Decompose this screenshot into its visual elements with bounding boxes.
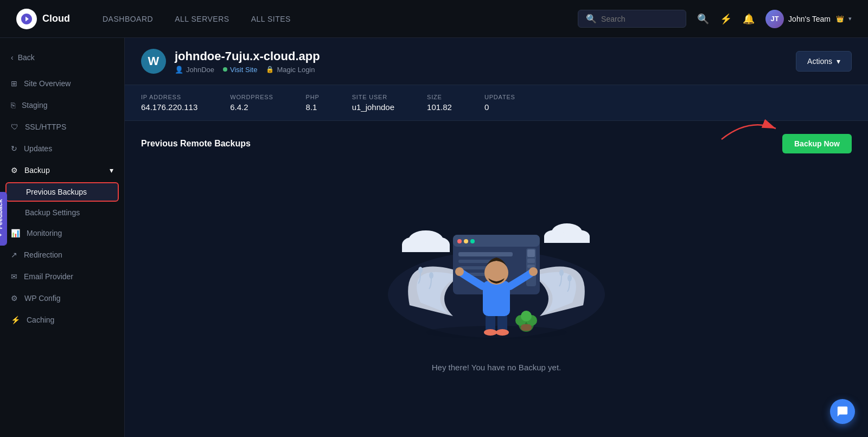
logo[interactable]: Cloud [16,9,70,29]
backup-section-title: Previous Remote Backups [141,139,251,149]
notifications-button[interactable]: 🔔 [743,13,755,25]
sidebar-item-label: Caching [27,316,54,324]
svg-point-26 [559,269,564,276]
chat-button[interactable] [830,399,855,424]
sidebar-item-ssl[interactable]: 🛡 SSL/HTTPS [0,116,124,138]
sidebar-item-label: WP Config [24,294,61,303]
site-header: W johndoe-7uju.x-cloud.app 👤 JohnDoe Vis… [125,38,868,85]
chat-icon [837,406,848,417]
stat-wordpress: WORDPRESS 6.4.2 [230,85,273,120]
sidebar-item-staging[interactable]: ⎘ Staging [0,94,124,116]
team-name: John's Team [788,15,831,23]
backup-section-label: Backup [24,166,50,175]
sidebar-item-caching[interactable]: ⚡ Caching [0,309,124,331]
size-label: SIZE [427,94,452,100]
red-arrow-indicator [716,112,781,145]
site-user: JohnDoe [186,66,214,74]
logo-text: Cloud [42,13,70,24]
sidebar-item-updates[interactable]: ↻ Updates [0,138,124,159]
user-icon: 👤 [175,66,183,74]
sidebar: ‹ Back ⊞ Site Overview ⎘ Staging 🛡 SSL/H… [0,38,125,437]
sidebar-item-site-overview[interactable]: ⊞ Site Overview [0,73,124,94]
visit-site-link[interactable]: Visit Site [230,66,257,74]
sidebar-item-email-provider[interactable]: ✉ Email Provider [0,266,124,287]
nav-dashboard[interactable]: DASHBOARD [103,15,153,23]
svg-rect-5 [457,239,462,243]
email-icon: ✉ [11,272,17,281]
logo-icon [16,9,37,29]
sidebar-item-previous-backups[interactable]: Previous Backups [5,182,119,202]
empty-illustration [366,181,627,354]
svg-point-24 [418,267,423,273]
svg-point-27 [567,275,572,281]
staging-icon: ⎘ [11,101,15,110]
svg-point-40 [521,311,532,322]
svg-rect-7 [470,239,475,243]
backup-submenu: Previous Backups Backup Settings [0,182,124,222]
site-meta: 👤 JohnDoe Visit Site 🔒 Magic Login [175,66,320,74]
actions-chevron-icon: ▾ [837,57,840,66]
sidebar-item-monitoring[interactable]: 📊 Monitoring [0,222,124,244]
site-overview-icon: ⊞ [11,79,17,88]
actions-label: Actions [807,57,832,66]
php-label: PHP [306,94,320,100]
svg-rect-23 [544,236,590,243]
team-menu[interactable]: JT John's Team 👑 ▾ [765,10,852,28]
site-user-value: u1_johndoe [352,102,394,112]
search-input[interactable] [601,15,678,23]
caching-icon: ⚡ [11,316,20,324]
sidebar-item-label: Updates [24,144,52,153]
visit-site-meta[interactable]: Visit Site [223,66,257,74]
stat-size: SIZE 101.82 [427,85,452,120]
backup-chevron-icon: ▾ [110,166,113,175]
feedback-tab[interactable]: ✦ Feedback [0,191,7,245]
wordpress-value: 6.4.2 [230,102,273,112]
site-title: johndoe-7uju.x-cloud.app [175,49,320,63]
ssl-icon: 🛡 [11,123,18,131]
activity-button[interactable]: ⚡ [720,13,732,25]
updates-icon: ↻ [11,144,17,153]
nav-all-sites[interactable]: ALL SITES [251,15,291,23]
site-user-meta: 👤 JohnDoe [175,66,214,74]
sidebar-item-wp-config[interactable]: ⚙ WP Config [0,287,124,309]
previous-backups-label: Previous Backups [26,188,87,196]
svg-rect-19 [402,245,450,252]
search-icon: 🔍 [586,14,597,24]
svg-point-34 [455,267,464,276]
stat-updates: UPDATES 0 [484,85,515,120]
online-dot [223,67,227,72]
sidebar-item-label: Site Overview [24,79,71,88]
sidebar-item-backup-settings[interactable]: Backup Settings [0,203,124,222]
actions-button[interactable]: Actions ▾ [796,51,852,72]
sidebar-item-label: Staging [22,101,47,110]
crown-icon: 👑 [836,15,844,23]
monitoring-icon: 📊 [11,229,20,237]
backup-icon: ⚙ [11,166,18,175]
backup-now-area: Backup Now [782,134,852,153]
svg-point-30 [484,329,497,336]
search-box[interactable]: 🔍 [578,10,686,28]
nav-all-servers[interactable]: ALL SERVERS [175,15,229,23]
size-value: 101.82 [427,102,452,112]
svg-rect-13 [527,249,535,257]
svg-rect-14 [527,259,535,263]
php-value: 8.1 [306,102,320,112]
sidebar-back-button[interactable]: ‹ Back [0,49,124,73]
stat-php: PHP 8.1 [306,85,320,120]
backup-header: Previous Remote Backups Backup Now [141,134,852,153]
svg-point-31 [496,329,509,336]
backup-settings-label: Backup Settings [25,208,80,217]
sidebar-item-backup[interactable]: ⚙ Backup ▾ [0,159,124,181]
main-layout: ‹ Back ⊞ Site Overview ⎘ Staging 🛡 SSL/H… [0,38,868,437]
redirection-icon: ↗ [11,250,17,259]
backup-empty-state: Hey there! You have no Backup yet. [141,164,852,383]
svg-rect-6 [464,239,468,243]
empty-state-message: Hey there! You have no Backup yet. [432,363,561,372]
magic-login-meta[interactable]: 🔒 Magic Login [266,66,315,74]
backup-now-button[interactable]: Backup Now [782,134,852,153]
sidebar-item-redirection[interactable]: ↗ Redirection [0,244,124,266]
search-button[interactable]: 🔍 [697,13,709,25]
site-header-left: W johndoe-7uju.x-cloud.app 👤 JohnDoe Vis… [141,49,320,74]
svg-point-35 [529,267,538,276]
svg-point-33 [484,261,508,285]
